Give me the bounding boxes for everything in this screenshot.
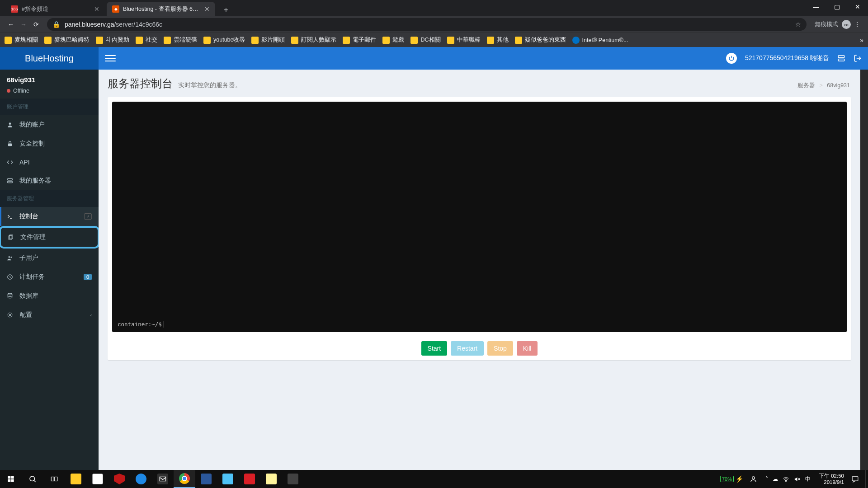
sidebar-item-console[interactable]: 控制台 ↗: [0, 207, 99, 226]
nav-back-button[interactable]: ←: [5, 18, 17, 31]
tab-title: #指令頻道: [22, 5, 90, 13]
user-icon: [7, 122, 14, 128]
window-maximize-button[interactable]: ▢: [826, 0, 847, 14]
server-name: 68vig931: [7, 76, 92, 84]
page-subtitle: 实时掌控您的服务器。: [178, 81, 241, 89]
taskbar-app-laptop[interactable]: [217, 470, 239, 488]
gear-icon: [7, 312, 14, 318]
power-icon[interactable]: [726, 53, 737, 64]
bookmark-item[interactable]: 麥塊巴哈姆特: [44, 36, 90, 44]
bookmark-item[interactable]: 遊戲: [382, 36, 404, 44]
folder-icon: [291, 37, 298, 44]
sidebar-toggle-button[interactable]: [105, 53, 116, 64]
bookmark-item[interactable]: 訂閱人數顯示: [291, 36, 336, 44]
taskbar-app-file-explorer[interactable]: [65, 470, 87, 488]
bookmark-item[interactable]: 其他: [487, 36, 509, 44]
bookmark-item[interactable]: DC相關: [410, 36, 440, 44]
sidebar-item-file-manager[interactable]: 文件管理: [1, 228, 98, 247]
folder-icon: [136, 37, 143, 44]
terminal-prompt: container:~/$: [118, 321, 164, 328]
logout-icon[interactable]: [854, 54, 862, 62]
bookmarks-overflow-button[interactable]: »: [860, 37, 863, 44]
taskbar-app-mcafee[interactable]: [108, 470, 130, 488]
clock[interactable]: 下午 02:50 2019/9/1: [815, 473, 848, 486]
search-button[interactable]: [22, 470, 43, 488]
browser-chrome: 186 #指令頻道 ✕ ◆ BlueHosting - 查看服务器 68vig……: [0, 0, 868, 47]
bookmark-item[interactable]: 雲端硬碟: [164, 36, 197, 44]
taskbar-apps: [65, 470, 304, 488]
terminal[interactable]: container:~/$: [112, 102, 847, 332]
taskbar-app-blue[interactable]: [130, 470, 152, 488]
app-header: BlueHosting 521707756504219658 啪啪音: [0, 47, 868, 70]
nav-user[interactable]: 521707756504219658 啪啪音: [745, 54, 829, 62]
folder-icon: [203, 37, 211, 44]
tab-close-icon[interactable]: ✕: [204, 5, 210, 13]
external-link-icon[interactable]: ↗: [84, 213, 92, 220]
svg-point-22: [752, 476, 755, 479]
kill-button[interactable]: Kill: [517, 341, 538, 356]
tray-overflow-icon[interactable]: ˄: [765, 476, 768, 482]
taskbar-app-word[interactable]: [195, 470, 217, 488]
bookmark-item[interactable]: 麥塊相關: [5, 36, 38, 44]
browser-tab-1[interactable]: ◆ BlueHosting - 查看服务器 68vig… ✕: [107, 2, 215, 16]
start-menu-button[interactable]: [0, 470, 22, 488]
bookmark-item[interactable]: 電子郵件: [343, 36, 376, 44]
show-desktop-button[interactable]: [865, 470, 868, 488]
svg-rect-24: [852, 476, 858, 480]
people-icon[interactable]: [750, 475, 757, 483]
action-center-icon[interactable]: [851, 475, 859, 483]
stop-button[interactable]: Stop: [487, 341, 513, 356]
folder-icon: [515, 37, 522, 44]
bookmark-item[interactable]: youtube收尋: [203, 36, 245, 44]
taskbar-app-adobe[interactable]: [239, 470, 260, 488]
task-view-button[interactable]: [43, 470, 65, 488]
bookmark-item[interactable]: 疑似爸爸的東西: [515, 36, 566, 44]
bookmark-item[interactable]: 社交: [136, 36, 157, 44]
servers-icon[interactable]: [837, 54, 845, 62]
new-tab-button[interactable]: +: [220, 4, 232, 16]
window-close-button[interactable]: ✕: [847, 0, 868, 14]
nav-reload-button[interactable]: ⟳: [30, 18, 42, 31]
taskbar-app-photos[interactable]: [282, 470, 304, 488]
wifi-icon[interactable]: [783, 476, 789, 483]
users-icon: [7, 255, 14, 261]
files-icon: [8, 234, 15, 240]
star-icon[interactable]: ☆: [795, 21, 801, 28]
taskbar-app-ms-store[interactable]: [87, 470, 108, 488]
bookmark-item[interactable]: 影片開頭: [251, 36, 285, 44]
sidebar-item-my-servers[interactable]: 我的服务器: [0, 171, 99, 190]
lock-icon: 🔒: [52, 21, 60, 28]
bookmark-item[interactable]: 中華職棒: [447, 36, 481, 44]
sidebar-item-api[interactable]: API: [0, 153, 99, 171]
svg-point-14: [9, 314, 11, 316]
taskbar-app-mail[interactable]: [152, 470, 174, 488]
sidebar-item-databases[interactable]: 数据库: [0, 286, 99, 305]
svg-rect-7: [8, 181, 13, 183]
sidebar-item-subusers[interactable]: 子用户: [0, 249, 99, 267]
ime-indicator[interactable]: 中: [805, 475, 811, 483]
volume-mute-icon[interactable]: [794, 476, 801, 483]
servers-icon: [7, 178, 14, 184]
restart-button[interactable]: Restart: [451, 341, 484, 356]
sidebar-section-account: 账户管理: [0, 99, 99, 115]
battery-indicator[interactable]: 70%: [720, 476, 734, 482]
sidebar: 68vig931 Offline 账户管理 我的账户 安全控制 API: [0, 70, 99, 470]
tab-close-icon[interactable]: ✕: [94, 5, 99, 13]
window-minimize-button[interactable]: —: [806, 0, 826, 14]
omnibox[interactable]: 🔒 panel.blueserv.ga/server/14c9c66c ☆: [47, 18, 807, 31]
sidebar-item-my-account[interactable]: 我的账户: [0, 115, 99, 134]
start-button[interactable]: Start: [421, 341, 448, 356]
nav-forward-button[interactable]: →: [17, 18, 30, 31]
bookmark-item[interactable]: Intel® Pentium®...: [572, 37, 628, 44]
taskbar-app-chrome[interactable]: [174, 470, 195, 488]
onedrive-icon[interactable]: ☁: [773, 476, 778, 482]
sidebar-item-schedules[interactable]: 计划任务 0: [0, 267, 99, 286]
bookmark-item[interactable]: 斗內贊助: [96, 36, 129, 44]
sidebar-item-settings[interactable]: 配置 ‹: [0, 305, 99, 324]
sidebar-item-security[interactable]: 安全控制: [0, 134, 99, 153]
app-logo[interactable]: BlueHosting: [0, 47, 99, 70]
page-scrollbar[interactable]: [860, 70, 868, 470]
browser-menu-button[interactable]: ⋮: [851, 18, 863, 31]
taskbar-app-notes[interactable]: [260, 470, 282, 488]
browser-tab-0[interactable]: 186 #指令頻道 ✕: [5, 2, 105, 16]
